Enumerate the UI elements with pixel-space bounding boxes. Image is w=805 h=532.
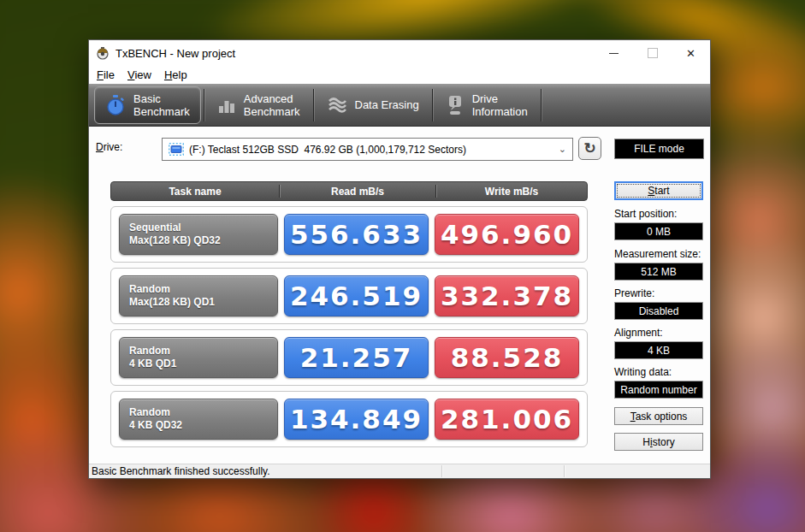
history-button[interactable]: History xyxy=(614,433,703,451)
refresh-icon: ↻ xyxy=(583,139,595,157)
drive-selected-value: (F:) Teclast 512GB SSD 476.92 GB (1,000,… xyxy=(189,144,553,156)
drive-info-icon xyxy=(446,95,465,115)
column-task-name: Task name xyxy=(111,186,279,198)
start-position-label: Start position: xyxy=(614,208,677,220)
read-value: 134.849 xyxy=(284,399,429,440)
writing-data-field[interactable]: Random number xyxy=(614,381,703,399)
toolbar-separator xyxy=(313,89,314,121)
table-row: Random4 KB QD1 21.257 88.528 xyxy=(110,329,588,386)
toolbar: BasicBenchmark AdvancedBenchmark Data Er xyxy=(89,84,710,127)
eraser-icon xyxy=(327,97,347,114)
menu-view[interactable]: View xyxy=(127,68,151,81)
alignment-label: Alignment: xyxy=(614,327,663,339)
tab-advanced-benchmark[interactable]: AdvancedBenchmark xyxy=(207,87,311,123)
maximize-button[interactable] xyxy=(633,40,672,66)
bar-chart-icon xyxy=(217,96,236,115)
maximize-icon xyxy=(648,48,658,58)
measurement-size-label: Measurement size: xyxy=(614,248,701,260)
minimize-button[interactable] xyxy=(595,40,633,66)
read-value: 556.633 xyxy=(284,214,429,255)
table-row: RandomMax(128 KB) QD1 246.519 332.378 xyxy=(110,268,588,324)
screen: TxBENCH - New project ✕ File View Help xyxy=(0,0,805,532)
menu-bar: File View Help xyxy=(89,66,710,84)
write-value: 332.378 xyxy=(435,275,579,316)
task-button-random-4kb-qd32[interactable]: Random4 KB QD32 xyxy=(119,399,278,440)
measurement-size-field[interactable]: 512 MB xyxy=(614,263,703,281)
start-button[interactable]: Start xyxy=(614,181,703,200)
task-button-random-4kb-qd1[interactable]: Random4 KB QD1 xyxy=(119,337,278,378)
column-read: Read mB/s xyxy=(280,186,435,198)
results-table: SequentialMax(128 KB) QD32 556.633 496.9… xyxy=(110,206,588,447)
column-write: Write mB/s xyxy=(436,186,587,198)
write-value: 88.528 xyxy=(435,337,579,378)
write-value: 281.006 xyxy=(435,399,579,440)
menu-help[interactable]: Help xyxy=(164,68,187,81)
table-row: Random4 KB QD32 134.849 281.006 xyxy=(110,391,588,447)
title-bar[interactable]: TxBENCH - New project ✕ xyxy=(89,40,710,66)
chevron-down-icon[interactable]: ⌄ xyxy=(559,144,566,155)
refresh-drives-button[interactable]: ↻ xyxy=(578,137,601,160)
writing-data-label: Writing data: xyxy=(614,366,672,378)
app-icon xyxy=(96,46,110,60)
drive-combobox[interactable]: (F:) Teclast 512GB SSD 476.92 GB (1,000,… xyxy=(162,138,573,161)
window-controls: ✕ xyxy=(595,40,710,66)
toolbar-separator xyxy=(204,89,204,121)
status-separator xyxy=(564,465,565,477)
write-value: 496.960 xyxy=(435,214,579,255)
prewrite-label: Prewrite: xyxy=(614,287,654,299)
tab-basic-benchmark[interactable]: BasicBenchmark xyxy=(94,86,201,124)
drive-label: Drive: xyxy=(96,141,122,153)
minimize-icon xyxy=(609,53,619,54)
txbench-window: TxBENCH - New project ✕ File View Help xyxy=(88,39,711,479)
task-button-sequential-qd32[interactable]: SequentialMax(128 KB) QD32 xyxy=(119,214,278,255)
toolbar-separator xyxy=(541,89,542,121)
drive-icon xyxy=(169,143,184,156)
status-bar: Basic Benchmark finished successfully. xyxy=(89,464,710,478)
status-separator xyxy=(441,465,442,477)
client-area: Drive: (F:) Teclast 512GB SSD 476.92 GB … xyxy=(89,127,710,464)
status-message: Basic Benchmark finished successfully. xyxy=(92,465,270,477)
close-icon: ✕ xyxy=(686,47,695,60)
tab-data-erasing[interactable]: Data Erasing xyxy=(317,87,429,123)
read-value: 246.519 xyxy=(284,275,429,316)
tab-drive-information[interactable]: DriveInformation xyxy=(435,87,538,123)
table-row: SequentialMax(128 KB) QD32 556.633 496.9… xyxy=(110,206,588,263)
toolbar-separator xyxy=(432,89,433,121)
menu-file[interactable]: File xyxy=(97,68,115,81)
close-button[interactable]: ✕ xyxy=(672,40,710,66)
task-options-button[interactable]: Task options xyxy=(614,407,703,425)
stopwatch-icon xyxy=(105,94,126,116)
alignment-field[interactable]: 4 KB xyxy=(614,341,703,359)
window-title: TxBENCH - New project xyxy=(115,47,235,60)
results-header: Task name Read mB/s Write mB/s xyxy=(110,181,588,201)
task-button-random-qd1[interactable]: RandomMax(128 KB) QD1 xyxy=(119,275,278,316)
prewrite-field[interactable]: Disabled xyxy=(614,302,703,320)
read-value: 21.257 xyxy=(284,337,429,378)
start-position-field[interactable]: 0 MB xyxy=(614,222,703,240)
settings-panel: Start Start position: 0 MB Measurement s… xyxy=(614,127,703,464)
